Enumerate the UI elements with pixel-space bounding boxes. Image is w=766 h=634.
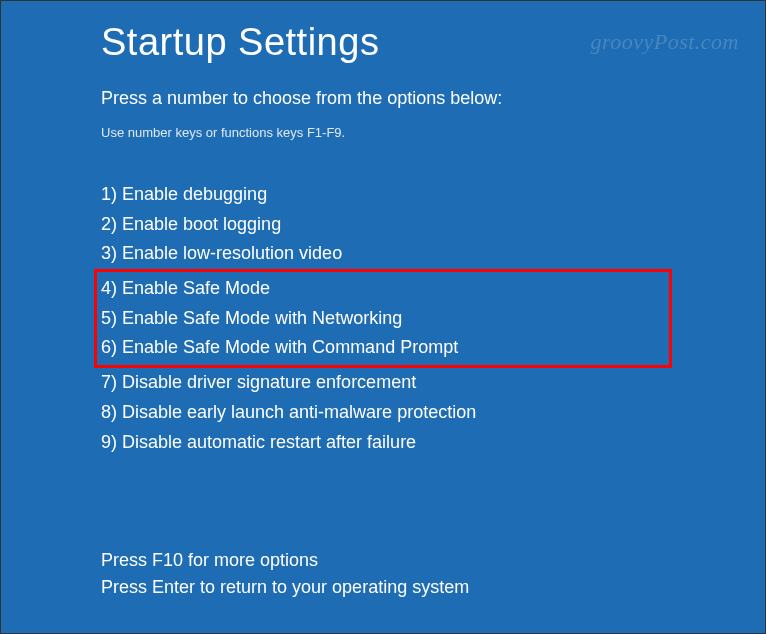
footer-more-options: Press F10 for more options	[101, 547, 665, 574]
option-1-enable-debugging[interactable]: 1) Enable debugging	[101, 180, 665, 210]
option-3-enable-low-resolution-video[interactable]: 3) Enable low-resolution video	[101, 239, 665, 269]
option-7-disable-driver-signature[interactable]: 7) Disable driver signature enforcement	[101, 368, 665, 398]
instruction-subtitle: Press a number to choose from the option…	[101, 88, 665, 109]
instruction-hint: Use number keys or functions keys F1-F9.	[101, 125, 665, 140]
option-4-enable-safe-mode[interactable]: 4) Enable Safe Mode	[101, 274, 665, 304]
page-title: Startup Settings	[101, 21, 665, 64]
watermark-text: groovyPost.com	[590, 29, 739, 55]
options-list: 1) Enable debugging 2) Enable boot loggi…	[101, 180, 665, 457]
option-6-enable-safe-mode-command-prompt[interactable]: 6) Enable Safe Mode with Command Prompt	[101, 333, 665, 363]
highlight-annotation-box: 4) Enable Safe Mode 5) Enable Safe Mode …	[94, 269, 672, 368]
option-8-disable-anti-malware[interactable]: 8) Disable early launch anti-malware pro…	[101, 398, 665, 428]
option-2-enable-boot-logging[interactable]: 2) Enable boot logging	[101, 210, 665, 240]
footer-return: Press Enter to return to your operating …	[101, 574, 665, 601]
startup-settings-screen: Startup Settings Press a number to choos…	[1, 1, 765, 621]
option-5-enable-safe-mode-networking[interactable]: 5) Enable Safe Mode with Networking	[101, 304, 665, 334]
option-9-disable-automatic-restart[interactable]: 9) Disable automatic restart after failu…	[101, 428, 665, 458]
